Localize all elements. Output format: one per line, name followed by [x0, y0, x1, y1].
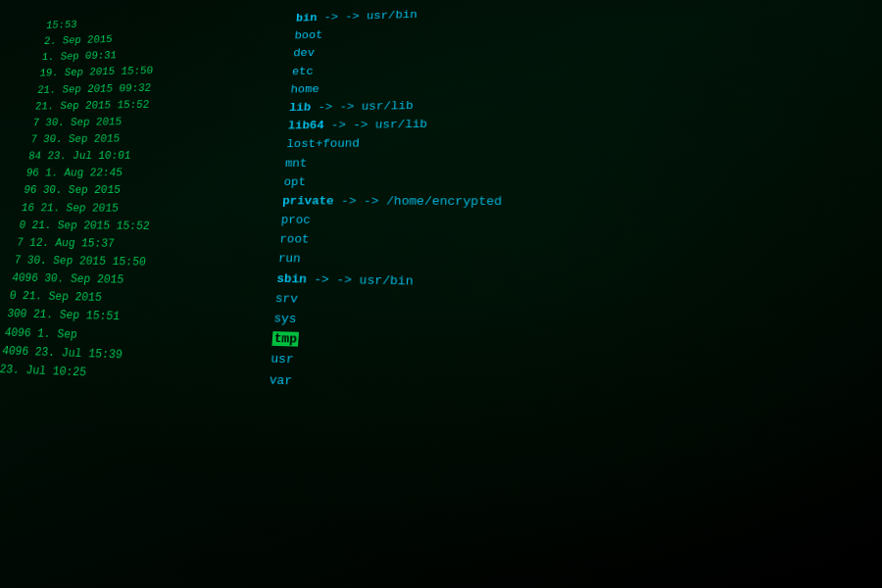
left-column: 15:53 2. Sep 2015 1. Sep 09:31 19. Sep 2… — [0, 2, 293, 390]
left-line: 96 1. Aug 22:45 — [25, 165, 281, 182]
dir-name: mnt — [285, 156, 308, 170]
dir-name: sys — [273, 312, 297, 326]
output-container: 15:53 2. Sep 2015 1. Sep 09:31 19. Sep 2… — [0, 0, 882, 418]
dir-name: srv — [274, 291, 298, 306]
terminal-window: 15:53 2. Sep 2015 1. Sep 09:31 19. Sep 2… — [0, 0, 882, 588]
right-line: lib64 -> -> usr/lib — [287, 114, 504, 135]
right-column: bin -> -> usr/binbootdevetchomelib -> ->… — [264, 0, 506, 399]
left-line: 96 30. Sep 2015 — [23, 182, 279, 200]
arrow-indicator: -> -> usr/bin — [306, 272, 414, 288]
arrow-indicator: -> -> usr/bin — [317, 8, 417, 24]
symlink-name: sbin — [276, 271, 307, 286]
dir-name: proc — [280, 214, 311, 227]
arrow-indicator: -> -> usr/lib — [323, 118, 427, 132]
left-line: 0 21. Sep 2015 15:52 — [18, 217, 276, 236]
highlighted-entry: tmp — [271, 331, 299, 347]
left-line: 7 30. Sep 2015 — [29, 128, 283, 148]
dir-name: boot — [294, 28, 323, 42]
arrow-indicator: -> -> /home/encrypted — [333, 194, 502, 209]
right-line: opt — [283, 172, 503, 191]
right-line: lost+found — [286, 133, 504, 154]
dir-name: var — [269, 372, 292, 388]
right-line: private -> -> /home/encrypted — [282, 191, 503, 212]
dir-name: root — [279, 232, 310, 246]
symlink-name: private — [282, 194, 334, 208]
symlink-name: lib — [289, 101, 312, 115]
dir-name: dev — [293, 47, 316, 60]
arrow-indicator: -> -> usr/lib — [311, 99, 414, 114]
symlink-name: bin — [296, 12, 318, 24]
dir-name: run — [277, 252, 301, 267]
terminal-content: 15:53 2. Sep 2015 1. Sep 09:31 19. Sep 2… — [0, 0, 882, 588]
right-line: root — [279, 229, 502, 252]
left-line: 84 23. Jul 10:01 — [27, 146, 282, 165]
right-line: proc — [280, 211, 502, 232]
dir-name: lost+found — [286, 137, 360, 151]
dir-name: home — [290, 82, 319, 96]
symlink-name: lib64 — [287, 119, 324, 132]
left-line: 16 21. Sep 2015 — [21, 199, 278, 218]
dir-name: opt — [283, 175, 306, 189]
dir-name: etc — [292, 65, 315, 77]
right-line: mnt — [284, 153, 503, 172]
dir-name: usr — [270, 352, 294, 368]
